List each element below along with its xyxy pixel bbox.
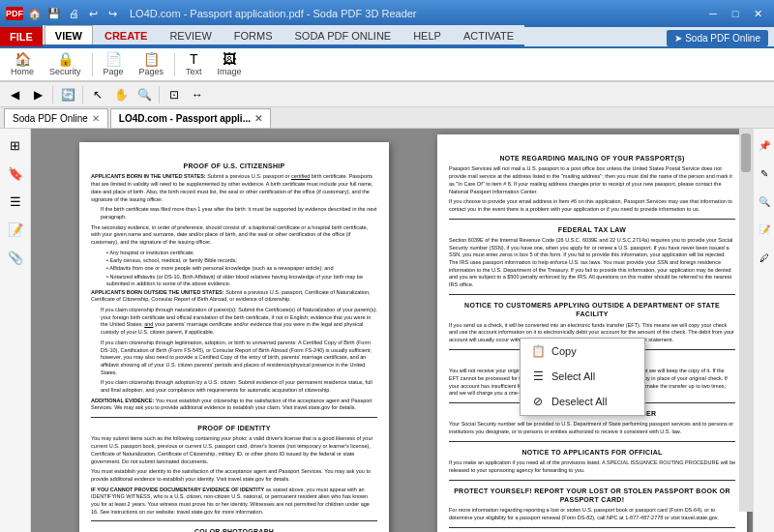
- soda-online-doc-tab[interactable]: Soda PDF Online ✕: [4, 108, 108, 128]
- soda-online-tab-label: Soda PDF Online: [13, 113, 88, 124]
- hand-button[interactable]: ✋: [110, 84, 132, 105]
- home-ribbon-button[interactable]: 🏠 Home: [4, 50, 41, 79]
- sidebar-annot-button[interactable]: 📝: [3, 217, 28, 242]
- section-title-mailing: NOTE REGARDING MAILING OF YOUR PASSPORT(…: [449, 154, 735, 163]
- section-title-official: NOTICE TO APPLICANTS FOR OFFICIAL: [449, 448, 735, 457]
- tab-row: VIEW CREATE REVIEW FORMS SODA PDF ONLINE…: [43, 25, 524, 46]
- context-menu-copy[interactable]: 📋 Copy: [521, 339, 644, 364]
- lock-ribbon-button[interactable]: 🔒 Security: [43, 50, 88, 79]
- ribbon-container: FILE VIEW CREATE REVIEW FORMS SODA PDF O…: [0, 27, 774, 82]
- soda-online-button[interactable]: ➤ Soda PDF Online: [667, 30, 768, 46]
- close-button[interactable]: ✕: [747, 4, 768, 23]
- right-divider-1: [449, 219, 735, 220]
- pdf-text-identity-3: IF YOU CANNOT PROVIDE DOCUMENTARY EVIDEN…: [91, 487, 377, 517]
- cursor-button[interactable]: ↖: [87, 84, 108, 105]
- section-title-identity: PROOF OF IDENTITY: [91, 424, 377, 432]
- ribbon-separator-2: [174, 53, 175, 76]
- section-title-notice: NOTICE TO CUSTOMERS APPLYING OUTSIDE A D…: [449, 301, 735, 319]
- select-all-icon: ☰: [530, 369, 546, 384]
- tab-file[interactable]: FILE: [0, 27, 43, 46]
- copy-icon: 📋: [530, 343, 546, 359]
- pages-icon: 📋: [143, 52, 160, 66]
- tool-separator-3: [159, 86, 160, 103]
- soda-online-tab-close[interactable]: ✕: [92, 113, 100, 124]
- passport-doc-tab[interactable]: LO4D.com - Passport appli... ✕: [110, 108, 271, 128]
- tab-activate[interactable]: ACTIVATE: [453, 25, 524, 44]
- redo-icon: ↪: [104, 6, 120, 21]
- home-icon: 🏠: [27, 6, 43, 21]
- title-bar-left: PDF 🏠 💾 🖨 ↩ ↪ LO4D.com - Passport applic…: [6, 6, 417, 21]
- pdf-divider-1: [91, 417, 377, 418]
- pdf-divider-2: [91, 520, 377, 521]
- right-divider-7: [449, 527, 735, 528]
- lock-icon: 🔒: [57, 52, 74, 66]
- forward-button[interactable]: ▶: [27, 84, 48, 105]
- context-menu: 📋 Copy ☰ Select All ⊘ Deselect All: [520, 338, 645, 416]
- context-deselect-label: Deselect All: [551, 395, 607, 409]
- pdf-scroll-area[interactable]: PROOF OF U.S. CITIZENSHIP APPLICANTS BOR…: [31, 129, 753, 532]
- image-icon: 🖼: [223, 52, 236, 66]
- page-icon: 📄: [105, 52, 122, 66]
- sidebar-bookmark-button[interactable]: 🔖: [3, 161, 28, 186]
- page-ribbon-button[interactable]: 📄 Page: [97, 50, 131, 79]
- passport-tab-label: LO4D.com - Passport appli...: [119, 113, 251, 124]
- left-sidebar: ⊞ 🔖 ☰ 📝 📎: [0, 129, 31, 532]
- toolbar: ◀ ▶ 🔄 ↖ ✋ 🔍 ⊡ ↔: [0, 82, 774, 107]
- section-title-photo: COLOR PHOTOGRAPH: [91, 527, 377, 532]
- pdf-text-mailing: Passport Services will not mail a U.S. p…: [449, 165, 735, 195]
- context-copy-label: Copy: [551, 344, 577, 359]
- text-icon: T: [190, 52, 198, 66]
- passport-tab-close[interactable]: ✕: [254, 113, 262, 124]
- sidebar-thumb-button[interactable]: ⊞: [3, 133, 28, 158]
- context-menu-deselect-all[interactable]: ⊘ Deselect All: [521, 389, 644, 414]
- main-layout: ⊞ 🔖 ☰ 📝 📎 PROOF OF U.S. CITIZENSHIP APPL…: [0, 129, 774, 532]
- tab-create[interactable]: CREATE: [94, 25, 158, 44]
- tab-help[interactable]: HELP: [402, 25, 452, 44]
- pdf-bullet-3: • Affidavits from one or more people wit…: [106, 265, 377, 272]
- back-button[interactable]: ◀: [4, 84, 25, 105]
- pdf-text-6: If you claim citizenship through legitim…: [101, 340, 377, 376]
- ribbon-right: ➤ Soda PDF Online: [667, 30, 774, 46]
- sidebar-right-4[interactable]: 📝: [752, 217, 775, 242]
- sidebar-layers-button[interactable]: ☰: [3, 189, 28, 214]
- app-icon: PDF: [6, 7, 23, 20]
- window-controls: ─ □ ✕: [702, 4, 768, 23]
- right-divider-5: [449, 441, 735, 442]
- scroll-area[interactable]: [739, 129, 753, 512]
- sidebar-right-5[interactable]: 🖊: [752, 245, 775, 270]
- pdf-bullet-4: • Notarized affidavits (or DS-10, Birth …: [106, 274, 377, 288]
- tool-separator-2: [82, 86, 83, 103]
- pdf-text-ssn: Your Social Security number will be prov…: [449, 421, 735, 435]
- minimize-button[interactable]: ─: [702, 4, 724, 23]
- fit-width-button[interactable]: ↔: [187, 84, 208, 105]
- tab-review[interactable]: REVIEW: [159, 25, 222, 44]
- sidebar-attach-button[interactable]: 📎: [3, 245, 28, 270]
- image-ribbon-button[interactable]: 🖼 Image: [211, 50, 249, 79]
- sidebar-right-1[interactable]: 📌: [752, 133, 775, 158]
- scroll-thumb[interactable]: [741, 133, 751, 172]
- ribbon-row: 🏠 Home 🔒 Security 📄 Page 📋 Pages T Text …: [0, 48, 774, 81]
- tab-soda-online[interactable]: SODA PDF ONLINE: [284, 25, 402, 44]
- home-icon: 🏠: [15, 52, 31, 66]
- pdf-text-1: APPLICANTS BORN IN THE UNITED STATES: Su…: [91, 173, 377, 203]
- section-title-lost: PROTECT YOURSELF! REPORT YOUR LOST OR ST…: [449, 487, 735, 505]
- pdf-text-tax: Section 6039E of the Internal Revenue Co…: [449, 237, 735, 289]
- title-bar: PDF 🏠 💾 🖨 ↩ ↪ LO4D.com - Passport applic…: [0, 0, 774, 27]
- tab-forms[interactable]: FORMS: [223, 25, 283, 44]
- title-text: LO4D.com - Passport application.pdf - So…: [130, 8, 417, 19]
- zoom-button[interactable]: 🔍: [134, 84, 155, 105]
- reload-button[interactable]: 🔄: [57, 84, 78, 105]
- pages-ribbon-button[interactable]: 📋 Pages: [133, 50, 171, 79]
- pdf-text-4: APPLICANTS BORN OUTSIDE THE UNITED STATE…: [91, 289, 377, 304]
- maximize-button[interactable]: □: [725, 4, 746, 23]
- sidebar-right-3[interactable]: 🔍: [752, 189, 775, 214]
- tab-view[interactable]: VIEW: [45, 25, 93, 44]
- fit-page-button[interactable]: ⊡: [164, 84, 185, 105]
- context-menu-select-all[interactable]: ☰ Select All: [521, 364, 644, 389]
- pdf-bullet-1: • Any hospital or institution certificat…: [106, 250, 377, 256]
- sidebar-right-2[interactable]: ✎: [752, 161, 775, 186]
- pdf-text-identity-1: You may submit items such as the followi…: [91, 435, 377, 465]
- deselect-all-icon: ⊘: [530, 394, 546, 409]
- text-ribbon-button[interactable]: T Text: [179, 50, 209, 79]
- right-sidebar: 📌 ✎ 🔍 📝 🖊: [753, 129, 774, 532]
